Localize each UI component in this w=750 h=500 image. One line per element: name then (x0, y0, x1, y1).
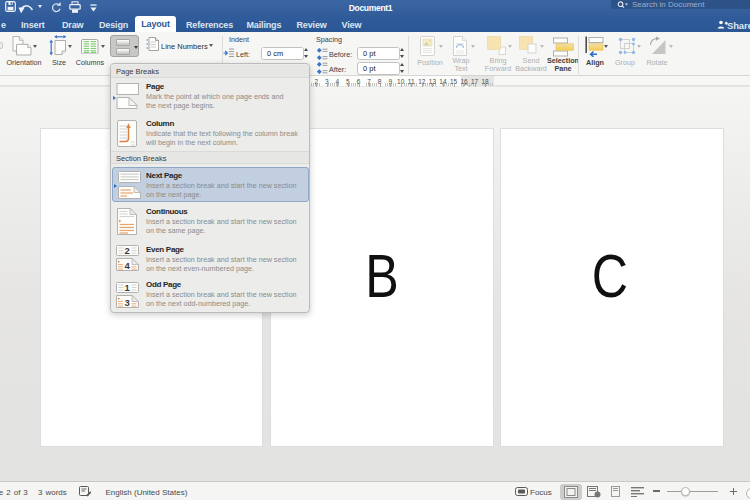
svg-text:2: 2 (125, 245, 130, 256)
svg-text:4: 4 (125, 260, 131, 271)
svg-text:1: 1 (125, 282, 131, 293)
svg-text:3: 3 (125, 297, 130, 308)
